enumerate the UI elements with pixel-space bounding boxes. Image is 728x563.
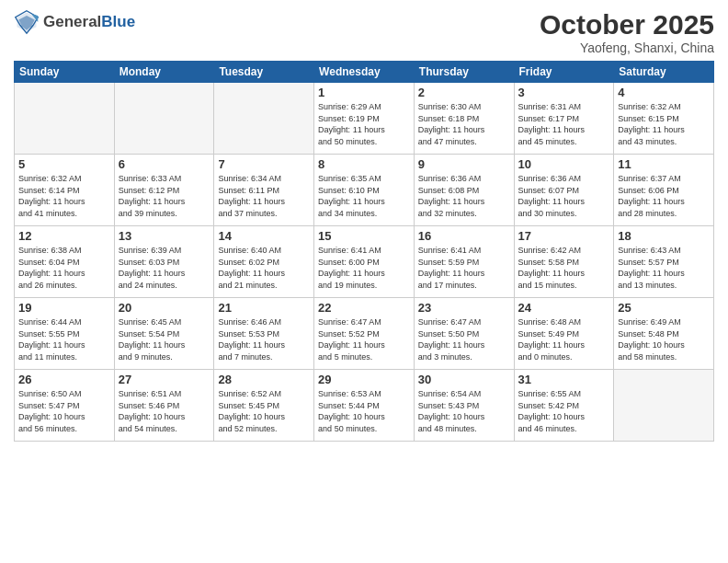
day-info: Sunrise: 6:41 AM Sunset: 6:00 PM Dayligh… <box>318 245 410 291</box>
day-info: Sunrise: 6:30 AM Sunset: 6:18 PM Dayligh… <box>418 101 510 147</box>
day-info: Sunrise: 6:42 AM Sunset: 5:58 PM Dayligh… <box>518 245 610 291</box>
day-number: 15 <box>318 229 410 243</box>
day-number: 29 <box>318 373 410 386</box>
table-row: 31Sunrise: 6:55 AM Sunset: 5:42 PM Dayli… <box>514 370 614 442</box>
logo-blue: Blue <box>101 13 135 31</box>
weekday-header-row: Sunday Monday Tuesday Wednesday Thursday… <box>15 62 714 83</box>
table-row: 13Sunrise: 6:39 AM Sunset: 6:03 PM Dayli… <box>114 226 214 298</box>
table-row: 11Sunrise: 6:37 AM Sunset: 6:06 PM Dayli… <box>614 155 714 226</box>
day-number: 23 <box>418 301 510 315</box>
day-info: Sunrise: 6:51 AM Sunset: 5:46 PM Dayligh… <box>119 388 210 434</box>
table-row: 15Sunrise: 6:41 AM Sunset: 6:00 PM Dayli… <box>314 226 415 298</box>
logo-icon <box>14 9 40 35</box>
header-thursday: Thursday <box>414 62 514 83</box>
day-number: 18 <box>618 229 710 243</box>
header-saturday: Saturday <box>614 62 714 83</box>
table-row: 29Sunrise: 6:53 AM Sunset: 5:44 PM Dayli… <box>314 370 415 442</box>
table-row: 23Sunrise: 6:47 AM Sunset: 5:50 PM Dayli… <box>414 298 514 370</box>
day-info: Sunrise: 6:52 AM Sunset: 5:45 PM Dayligh… <box>218 388 310 434</box>
table-row: 20Sunrise: 6:45 AM Sunset: 5:54 PM Dayli… <box>114 298 214 370</box>
header-monday: Monday <box>114 62 214 83</box>
table-row <box>214 83 314 155</box>
table-row: 4Sunrise: 6:32 AM Sunset: 6:15 PM Daylig… <box>614 83 714 155</box>
day-number: 5 <box>18 157 110 171</box>
logo: GeneralBlue <box>14 9 135 35</box>
calendar-week-row: 12Sunrise: 6:38 AM Sunset: 6:04 PM Dayli… <box>15 226 714 298</box>
day-number: 8 <box>318 157 410 171</box>
table-row: 7Sunrise: 6:34 AM Sunset: 6:11 PM Daylig… <box>214 155 314 226</box>
table-row <box>614 370 714 442</box>
day-info: Sunrise: 6:43 AM Sunset: 5:57 PM Dayligh… <box>618 245 710 291</box>
day-number: 12 <box>18 229 110 243</box>
day-number: 11 <box>618 157 710 171</box>
calendar-week-row: 1Sunrise: 6:29 AM Sunset: 6:19 PM Daylig… <box>15 83 714 155</box>
month-title: October 2025 <box>540 9 714 40</box>
table-row: 8Sunrise: 6:35 AM Sunset: 6:10 PM Daylig… <box>314 155 415 226</box>
day-info: Sunrise: 6:34 AM Sunset: 6:11 PM Dayligh… <box>218 173 310 219</box>
table-row: 28Sunrise: 6:52 AM Sunset: 5:45 PM Dayli… <box>214 370 314 442</box>
logo-text: GeneralBlue <box>43 13 135 31</box>
logo-general: General <box>43 13 101 31</box>
table-row: 14Sunrise: 6:40 AM Sunset: 6:02 PM Dayli… <box>214 226 314 298</box>
day-info: Sunrise: 6:35 AM Sunset: 6:10 PM Dayligh… <box>318 173 410 219</box>
table-row <box>15 83 115 155</box>
table-row: 9Sunrise: 6:36 AM Sunset: 6:08 PM Daylig… <box>414 155 514 226</box>
table-row: 10Sunrise: 6:36 AM Sunset: 6:07 PM Dayli… <box>514 155 614 226</box>
day-info: Sunrise: 6:49 AM Sunset: 5:48 PM Dayligh… <box>618 316 710 362</box>
table-row: 3Sunrise: 6:31 AM Sunset: 6:17 PM Daylig… <box>514 83 614 155</box>
day-info: Sunrise: 6:50 AM Sunset: 5:47 PM Dayligh… <box>18 388 110 434</box>
day-info: Sunrise: 6:45 AM Sunset: 5:54 PM Dayligh… <box>119 316 210 362</box>
calendar-week-row: 19Sunrise: 6:44 AM Sunset: 5:55 PM Dayli… <box>15 298 714 370</box>
day-number: 26 <box>18 373 110 386</box>
table-row: 12Sunrise: 6:38 AM Sunset: 6:04 PM Dayli… <box>15 226 115 298</box>
day-number: 22 <box>318 301 410 315</box>
day-info: Sunrise: 6:37 AM Sunset: 6:06 PM Dayligh… <box>618 173 710 219</box>
day-number: 19 <box>18 301 110 315</box>
day-number: 4 <box>618 86 710 99</box>
day-number: 2 <box>418 86 510 99</box>
day-info: Sunrise: 6:36 AM Sunset: 6:07 PM Dayligh… <box>518 173 610 219</box>
calendar-table: Sunday Monday Tuesday Wednesday Thursday… <box>14 61 714 442</box>
table-row: 18Sunrise: 6:43 AM Sunset: 5:57 PM Dayli… <box>614 226 714 298</box>
day-info: Sunrise: 6:41 AM Sunset: 5:59 PM Dayligh… <box>418 245 510 291</box>
table-row: 2Sunrise: 6:30 AM Sunset: 6:18 PM Daylig… <box>414 83 514 155</box>
day-info: Sunrise: 6:36 AM Sunset: 6:08 PM Dayligh… <box>418 173 510 219</box>
day-number: 24 <box>518 301 610 315</box>
day-info: Sunrise: 6:44 AM Sunset: 5:55 PM Dayligh… <box>18 316 110 362</box>
day-number: 31 <box>518 373 610 386</box>
calendar-container: GeneralBlue October 2025 Yaofeng, Shanxi… <box>0 0 728 446</box>
day-number: 9 <box>418 157 510 171</box>
day-number: 3 <box>518 86 610 99</box>
table-row: 26Sunrise: 6:50 AM Sunset: 5:47 PM Dayli… <box>15 370 115 442</box>
day-number: 7 <box>218 157 310 171</box>
table-row: 30Sunrise: 6:54 AM Sunset: 5:43 PM Dayli… <box>414 370 514 442</box>
day-number: 6 <box>119 157 210 171</box>
day-number: 16 <box>418 229 510 243</box>
day-number: 27 <box>119 373 210 386</box>
calendar-week-row: 5Sunrise: 6:32 AM Sunset: 6:14 PM Daylig… <box>15 155 714 226</box>
day-info: Sunrise: 6:32 AM Sunset: 6:14 PM Dayligh… <box>18 173 110 219</box>
table-row: 1Sunrise: 6:29 AM Sunset: 6:19 PM Daylig… <box>314 83 415 155</box>
day-number: 1 <box>318 86 410 99</box>
day-number: 17 <box>518 229 610 243</box>
header-tuesday: Tuesday <box>214 62 314 83</box>
day-number: 20 <box>119 301 210 315</box>
day-info: Sunrise: 6:29 AM Sunset: 6:19 PM Dayligh… <box>318 101 410 147</box>
table-row: 22Sunrise: 6:47 AM Sunset: 5:52 PM Dayli… <box>314 298 415 370</box>
calendar-week-row: 26Sunrise: 6:50 AM Sunset: 5:47 PM Dayli… <box>15 370 714 442</box>
table-row: 24Sunrise: 6:48 AM Sunset: 5:49 PM Dayli… <box>514 298 614 370</box>
day-info: Sunrise: 6:38 AM Sunset: 6:04 PM Dayligh… <box>18 245 110 291</box>
header: GeneralBlue October 2025 Yaofeng, Shanxi… <box>14 9 714 55</box>
table-row: 6Sunrise: 6:33 AM Sunset: 6:12 PM Daylig… <box>114 155 214 226</box>
day-info: Sunrise: 6:54 AM Sunset: 5:43 PM Dayligh… <box>418 388 510 434</box>
table-row: 25Sunrise: 6:49 AM Sunset: 5:48 PM Dayli… <box>614 298 714 370</box>
table-row: 27Sunrise: 6:51 AM Sunset: 5:46 PM Dayli… <box>114 370 214 442</box>
day-info: Sunrise: 6:55 AM Sunset: 5:42 PM Dayligh… <box>518 388 610 434</box>
day-info: Sunrise: 6:31 AM Sunset: 6:17 PM Dayligh… <box>518 101 610 147</box>
table-row: 17Sunrise: 6:42 AM Sunset: 5:58 PM Dayli… <box>514 226 614 298</box>
day-number: 25 <box>618 301 710 315</box>
day-info: Sunrise: 6:47 AM Sunset: 5:52 PM Dayligh… <box>318 316 410 362</box>
day-info: Sunrise: 6:39 AM Sunset: 6:03 PM Dayligh… <box>119 245 210 291</box>
table-row: 21Sunrise: 6:46 AM Sunset: 5:53 PM Dayli… <box>214 298 314 370</box>
day-info: Sunrise: 6:33 AM Sunset: 6:12 PM Dayligh… <box>119 173 210 219</box>
